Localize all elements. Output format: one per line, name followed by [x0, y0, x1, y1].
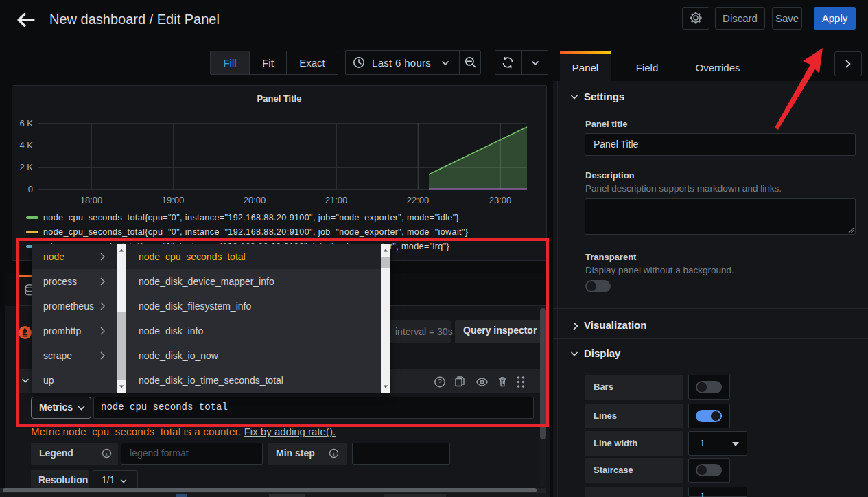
svg-text:2 K: 2 K: [19, 162, 33, 172]
svg-text:4 K: 4 K: [19, 140, 33, 150]
svg-text:20:00: 20:00: [244, 195, 266, 205]
svg-text:6 K: 6 K: [19, 118, 33, 128]
svg-text:23:00: 23:00: [489, 195, 512, 205]
svg-text:21:00: 21:00: [325, 195, 348, 205]
svg-text:22:00: 22:00: [407, 195, 430, 205]
svg-text:0: 0: [28, 184, 33, 194]
svg-text:19:00: 19:00: [162, 195, 185, 205]
svg-text:18:00: 18:00: [80, 195, 103, 205]
svg-text:i: i: [333, 450, 335, 457]
svg-text:i: i: [106, 450, 108, 457]
